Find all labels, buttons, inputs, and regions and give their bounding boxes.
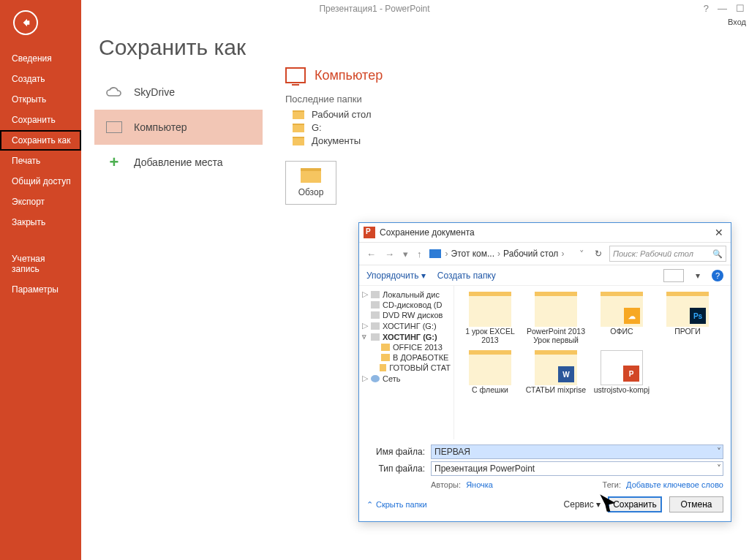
folder-icon [301, 168, 321, 183]
sidebar-item-4[interactable]: Сохранить как [0, 130, 81, 151]
window-title: Презентация1 - PowerPoint [319, 4, 429, 14]
authors-label: Авторы: [431, 480, 461, 489]
tree-label: ГОТОВЫЙ СТАТ [389, 363, 451, 372]
expand-icon[interactable]: ▷ [362, 321, 368, 330]
tools-menu[interactable]: Сервис ▾ [564, 499, 601, 510]
recent-folder-label: G: [312, 122, 322, 133]
tree-node[interactable]: OFFICE 2013 [361, 342, 452, 352]
tags-value[interactable]: Добавьте ключевое слово [626, 480, 723, 489]
file-label: 1 урок EXCEL 2013 [457, 327, 523, 344]
folder-icon [381, 344, 390, 351]
help-icon[interactable]: ? [704, 3, 709, 14]
sidebar-item-7[interactable]: Экспорт [0, 192, 81, 212]
tree-node[interactable]: ▷Локальный дис [361, 289, 452, 300]
signin-link[interactable]: Вход [728, 18, 746, 26]
tree-node[interactable]: В ДОРАБОТКЕ [361, 352, 452, 363]
folder-icon [381, 354, 390, 361]
tree-label: В ДОРАБОТКЕ [393, 353, 448, 362]
nav-up-icon[interactable]: ↑ [414, 249, 425, 260]
drive-icon [371, 311, 380, 319]
file-list[interactable]: 1 урок EXCEL 2013PowerPoint 2013 Урок пе… [454, 286, 731, 439]
minimize-icon[interactable]: — [718, 3, 727, 14]
browse-label: Обзор [298, 187, 324, 197]
tree-node[interactable]: ▿ХОСТИНГ (G:) [361, 331, 452, 342]
expand-icon[interactable]: ▷ [362, 290, 368, 299]
chevron-down-icon[interactable]: ▾ [400, 249, 411, 260]
sidebar-item-1[interactable]: Создать [0, 69, 81, 89]
organize-menu[interactable]: Упорядочить ▾ [366, 270, 426, 281]
tree-label: ХОСТИНГ (G:) [383, 322, 437, 330]
recent-folder[interactable]: Документы [293, 135, 695, 146]
folder-item[interactable]: ☁ОФИС [589, 292, 655, 344]
location-item-pc[interactable]: Компьютер [94, 110, 263, 145]
crumb-desktop[interactable]: Рабочий стол [503, 249, 558, 259]
back-button[interactable] [13, 10, 38, 35]
folder-tree[interactable]: ▷Локальный дисCD-дисковод (DDVD RW диско… [359, 286, 454, 439]
sidebar-item-5[interactable]: Печать [0, 151, 81, 171]
tree-label: ХОСТИНГ (G:) [383, 333, 437, 341]
tree-label: Локальный дис [383, 290, 440, 299]
tree-label: Сеть [383, 374, 400, 383]
maximize-icon[interactable]: ☐ [736, 3, 745, 14]
tree-node[interactable]: DVD RW дисков [361, 310, 452, 320]
file-item[interactable]: Pustrojstvo-kompj [589, 350, 655, 394]
file-label: ustrojstvo-kompj [594, 385, 650, 394]
tree-node[interactable]: CD-дисковод (D [361, 300, 452, 310]
close-icon[interactable]: ✕ [712, 227, 726, 238]
folder-icon [293, 137, 304, 145]
location-item-cloud[interactable]: SkyDrive [94, 75, 263, 110]
cancel-button[interactable]: Отмена [669, 496, 723, 512]
tree-node[interactable]: ▷Сеть [361, 373, 452, 384]
tree-node[interactable]: ГОТОВЫЙ СТАТ [361, 363, 452, 373]
authors-value[interactable]: Яночка [466, 480, 493, 489]
save-as-locations: Сохранить как SkyDriveКомпьютер+Добавлен… [81, 18, 279, 560]
expand-icon[interactable]: ▿ [362, 332, 368, 341]
photoshop-icon: Ps [690, 308, 706, 324]
filetype-select[interactable]: Презентация PowerPoint ˅ [431, 461, 723, 476]
view-mode-button[interactable] [663, 269, 684, 282]
crumb-this-pc[interactable]: Этот ком... [451, 249, 495, 259]
folder-item[interactable]: PowerPoint 2013 Урок первый [523, 292, 589, 344]
filename-input[interactable]: ПЕРВАЯ ˅ [431, 444, 723, 459]
breadcrumb[interactable]: › Этот ком... › Рабочий стол › [445, 249, 574, 259]
folder-icon [469, 350, 511, 385]
recent-folder[interactable]: Рабочий стол [293, 109, 695, 120]
sidebar-item-8[interactable]: Закрыть [0, 212, 81, 232]
hide-folders-button[interactable]: ⌃ Скрыть папки [366, 500, 427, 510]
sidebar-item-2[interactable]: Открыть [0, 89, 81, 110]
expand-icon[interactable]: ▷ [362, 374, 368, 383]
chevron-down-icon[interactable]: ˅ [717, 463, 721, 474]
location-item-plus[interactable]: +Добавление места [94, 145, 263, 180]
folder-icon: W [535, 350, 577, 385]
annotation-arrow-icon [598, 493, 619, 513]
recent-folder[interactable]: G: [293, 122, 695, 133]
sidebar-item-9[interactable]: Учетная запись [0, 249, 81, 279]
refresh-icon[interactable]: ↻ [590, 249, 606, 259]
search-icon: 🔍 [712, 249, 723, 259]
new-folder-button[interactable]: Создать папку [437, 270, 496, 281]
browse-button[interactable]: Обзор [285, 161, 336, 205]
tree-node[interactable]: ▷ХОСТИНГ (G:) [361, 320, 452, 331]
backstage-sidebar: СведенияСоздатьОткрытьСохранитьСохранить… [0, 0, 81, 560]
chevron-down-icon[interactable]: ▾ [696, 270, 700, 281]
help-icon[interactable]: ? [712, 270, 723, 281]
save-as-dialog: Сохранение документа ✕ ← → ▾ ↑ › Этот ко… [358, 222, 731, 522]
chevron-down-icon[interactable]: ˅ [576, 249, 587, 260]
sidebar-item-6[interactable]: Общий доступ [0, 171, 81, 192]
nav-forward-icon[interactable]: → [382, 249, 397, 260]
folder-icon: ☁ [601, 292, 643, 327]
drive-icon [371, 291, 380, 298]
tags-label: Теги: [603, 480, 621, 489]
sidebar-item-10[interactable]: Параметры [0, 279, 81, 300]
sidebar-item-3[interactable]: Сохранить [0, 110, 81, 130]
folder-item[interactable]: С флешки [457, 350, 523, 394]
search-input[interactable]: Поиск: Рабочий стол 🔍 [609, 246, 726, 262]
nav-back-icon[interactable]: ← [364, 249, 379, 260]
file-label: PowerPoint 2013 Урок первый [523, 327, 589, 344]
chevron-down-icon[interactable]: ˅ [717, 447, 721, 457]
tree-label: CD-дисковод (D [383, 300, 442, 309]
folder-item[interactable]: WСТАТЬИ mixprise [523, 350, 589, 394]
sidebar-item-0[interactable]: Сведения [0, 48, 81, 69]
folder-item[interactable]: 1 урок EXCEL 2013 [457, 292, 523, 344]
folder-item[interactable]: PsПРОГИ [655, 292, 720, 344]
